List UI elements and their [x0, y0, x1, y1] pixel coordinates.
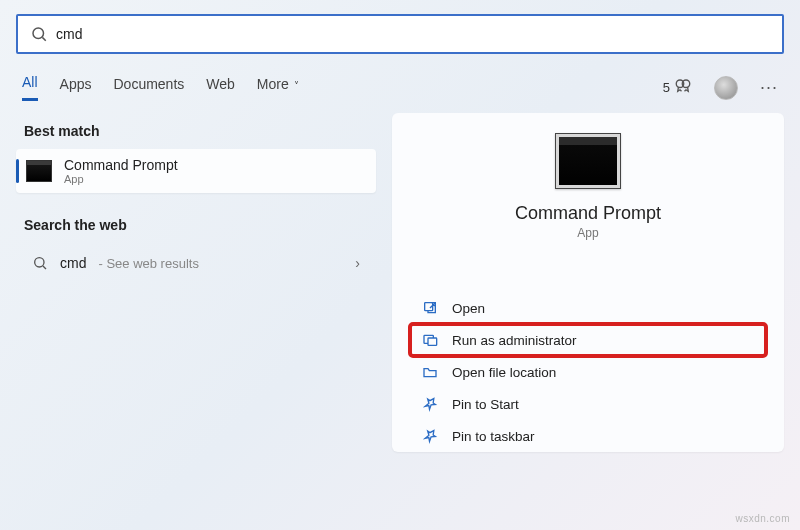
- folder-icon: [422, 364, 438, 380]
- reward-indicator[interactable]: 5: [663, 77, 692, 98]
- pin-icon: [422, 428, 438, 444]
- command-prompt-icon: [26, 160, 52, 182]
- search-icon: [32, 255, 48, 271]
- action-run-as-administrator[interactable]: Run as administrator: [410, 324, 766, 356]
- svg-line-5: [43, 266, 46, 269]
- pin-icon: [422, 396, 438, 412]
- action-label: Open: [452, 301, 485, 316]
- action-pin-to-start[interactable]: Pin to Start: [410, 388, 766, 420]
- svg-rect-8: [428, 338, 437, 345]
- action-open-file-location[interactable]: Open file location: [410, 356, 766, 388]
- svg-point-4: [35, 258, 44, 267]
- avatar[interactable]: [714, 76, 738, 100]
- watermark: wsxdn.com: [735, 513, 790, 524]
- preview-title: Command Prompt: [404, 203, 772, 224]
- action-label: Open file location: [452, 365, 556, 380]
- chevron-down-icon: ˅: [291, 80, 299, 91]
- reward-count: 5: [663, 80, 670, 95]
- preview-panel: Command Prompt App Open Run as administr…: [392, 113, 784, 452]
- search-input[interactable]: [56, 26, 782, 42]
- action-label: Pin to Start: [452, 397, 519, 412]
- tab-apps[interactable]: Apps: [60, 76, 92, 100]
- web-query: cmd: [60, 255, 86, 271]
- tab-all[interactable]: All: [22, 74, 38, 101]
- actions-list: Open Run as administrator Open file loca…: [404, 292, 772, 452]
- tab-web[interactable]: Web: [206, 76, 235, 100]
- admin-icon: [422, 332, 438, 348]
- command-prompt-icon: [555, 133, 621, 189]
- chevron-right-icon: ›: [355, 255, 360, 271]
- tab-more[interactable]: More ˅: [257, 76, 299, 100]
- search-bar[interactable]: [16, 14, 784, 54]
- action-label: Pin to taskbar: [452, 429, 535, 444]
- results-panel: Best match Command Prompt App Search the…: [16, 113, 376, 452]
- more-options-button[interactable]: ···: [760, 77, 778, 98]
- medal-icon: [674, 77, 692, 98]
- preview-subtitle: App: [404, 226, 772, 240]
- search-web-label: Search the web: [24, 217, 368, 233]
- web-result-cmd[interactable]: cmd - See web results ›: [16, 243, 376, 283]
- open-icon: [422, 300, 438, 316]
- result-subtitle: App: [64, 173, 178, 185]
- tab-documents[interactable]: Documents: [113, 76, 184, 100]
- tabs-row: All Apps Documents Web More ˅ 5 ···: [0, 60, 800, 105]
- result-command-prompt[interactable]: Command Prompt App: [16, 149, 376, 193]
- web-hint: - See web results: [98, 256, 198, 271]
- best-match-label: Best match: [24, 123, 368, 139]
- action-open[interactable]: Open: [410, 292, 766, 324]
- action-pin-to-taskbar[interactable]: Pin to taskbar: [410, 420, 766, 452]
- result-title: Command Prompt: [64, 157, 178, 173]
- search-icon: [30, 25, 48, 43]
- svg-line-1: [42, 37, 45, 40]
- svg-point-0: [33, 28, 44, 39]
- action-label: Run as administrator: [452, 333, 577, 348]
